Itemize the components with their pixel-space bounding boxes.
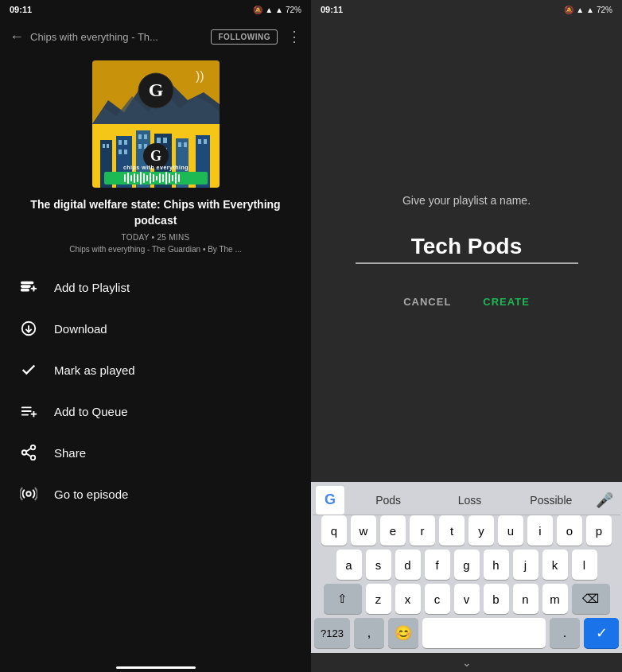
svg-rect-18 xyxy=(138,144,142,149)
menu-item-share[interactable]: Share xyxy=(0,432,311,473)
svg-text:chips with everything: chips with everything xyxy=(122,165,188,171)
svg-rect-54 xyxy=(21,282,33,284)
podcast-art-container: G xyxy=(0,60,311,188)
back-button[interactable]: ← xyxy=(10,29,24,45)
key-j[interactable]: j xyxy=(513,550,538,580)
playlist-name-input-container[interactable] xyxy=(356,231,578,264)
svg-rect-44 xyxy=(153,174,154,182)
key-i[interactable]: i xyxy=(527,515,553,546)
svg-rect-21 xyxy=(157,138,161,143)
key-g[interactable]: g xyxy=(454,550,480,580)
key-z[interactable]: z xyxy=(366,584,391,614)
key-c[interactable]: c xyxy=(425,584,450,614)
emoji-key[interactable]: 😊 xyxy=(388,618,418,648)
svg-rect-12 xyxy=(124,140,127,145)
key-y[interactable]: y xyxy=(468,515,494,546)
menu-item-add-to-playlist[interactable]: Add to Playlist xyxy=(0,266,311,308)
key-f[interactable]: f xyxy=(425,550,450,580)
key-v[interactable]: v xyxy=(454,584,480,614)
episode-meta: TODAY • 25 MINS xyxy=(19,233,292,242)
playlist-name-dialog: Give your playlist a name. CANCEL CREATE xyxy=(311,19,622,482)
return-key[interactable]: ✓ xyxy=(584,618,619,648)
svg-rect-40 xyxy=(140,172,142,185)
key-u[interactable]: u xyxy=(498,515,523,546)
battery-right: 72% xyxy=(597,6,612,14)
svg-point-73 xyxy=(26,491,31,496)
episode-title: The digital welfare state: Chips with Ev… xyxy=(19,197,292,228)
following-badge[interactable]: FOLLOWING xyxy=(211,29,278,45)
num-key[interactable]: ?123 xyxy=(314,618,350,648)
create-button[interactable]: CREATE xyxy=(483,296,529,308)
key-n[interactable]: n xyxy=(513,584,538,614)
svg-point-70 xyxy=(31,456,36,460)
svg-rect-27 xyxy=(184,142,187,147)
more-options-button[interactable]: ⋮ xyxy=(287,28,301,45)
svg-rect-42 xyxy=(146,175,148,181)
space-key[interactable] xyxy=(422,618,546,648)
podcast-artwork: G xyxy=(92,60,220,188)
mute-icon: 🔕 xyxy=(253,6,262,14)
download-icon xyxy=(19,319,38,338)
key-p[interactable]: p xyxy=(586,515,612,546)
cancel-button[interactable]: CANCEL xyxy=(403,296,451,308)
home-bar-left xyxy=(116,666,196,669)
shift-key[interactable]: ⇧ xyxy=(324,584,362,614)
key-h[interactable]: h xyxy=(484,550,509,580)
key-q[interactable]: q xyxy=(321,515,347,546)
key-d[interactable]: d xyxy=(395,550,421,580)
key-k[interactable]: k xyxy=(542,550,568,580)
menu-item-mark-as-played[interactable]: Mark as played xyxy=(0,349,311,390)
svg-line-71 xyxy=(26,449,31,452)
check-icon xyxy=(19,360,38,379)
key-m[interactable]: m xyxy=(542,584,568,614)
menu-item-go-to-episode[interactable]: Go to episode xyxy=(0,473,311,515)
menu-item-add-to-queue[interactable]: Add to Queue xyxy=(0,390,311,432)
playlist-name-input[interactable] xyxy=(356,231,578,262)
google-logo: G xyxy=(316,486,344,515)
share-icon xyxy=(19,443,38,462)
go-to-episode-label: Go to episode xyxy=(54,487,128,501)
comma-key[interactable]: , xyxy=(354,618,384,648)
episode-source: Chips with everything - The Guardian • B… xyxy=(19,245,292,254)
key-x[interactable]: x xyxy=(395,584,421,614)
key-r[interactable]: r xyxy=(410,515,435,546)
wifi-icon: ▲ xyxy=(265,6,273,14)
key-b[interactable]: b xyxy=(484,584,509,614)
suggestion-loss[interactable]: Loss xyxy=(429,491,510,510)
svg-rect-37 xyxy=(130,175,132,181)
key-t[interactable]: t xyxy=(439,515,465,546)
svg-rect-43 xyxy=(150,173,151,184)
svg-rect-52 xyxy=(178,174,180,182)
key-e[interactable]: e xyxy=(380,515,406,546)
status-icons-left: 🔕 ▲ ▲ 72% xyxy=(253,6,301,14)
svg-rect-63 xyxy=(21,410,32,412)
svg-text:)): )) xyxy=(196,69,204,83)
svg-rect-14 xyxy=(124,150,127,154)
svg-rect-50 xyxy=(172,175,173,181)
key-l[interactable]: l xyxy=(572,550,597,580)
time-left: 09:11 xyxy=(10,5,32,14)
svg-point-68 xyxy=(31,445,36,450)
suggestion-pods[interactable]: Pods xyxy=(348,491,429,510)
backspace-key[interactable]: ⌫ xyxy=(572,584,610,614)
battery-left: 72% xyxy=(286,6,301,14)
svg-rect-39 xyxy=(137,174,138,182)
svg-rect-11 xyxy=(119,140,122,145)
period-key[interactable]: . xyxy=(550,618,580,648)
key-a[interactable]: a xyxy=(336,550,362,580)
svg-rect-51 xyxy=(175,173,177,184)
menu-item-download[interactable]: Download xyxy=(0,308,311,349)
status-icons-right: 🔕 ▲ ▲ 72% xyxy=(564,6,612,14)
playlist-add-icon xyxy=(19,278,38,297)
mic-button[interactable]: 🎤 xyxy=(592,487,617,513)
suggestion-possible[interactable]: Possible xyxy=(511,491,592,510)
mute-icon-r: 🔕 xyxy=(564,6,573,14)
keyboard-row-3: ⇧ z x c v b n m ⌫ xyxy=(313,584,620,614)
svg-rect-29 xyxy=(198,139,201,144)
bottom-indicator-left xyxy=(0,656,311,672)
key-w[interactable]: w xyxy=(351,515,376,546)
svg-line-72 xyxy=(26,453,31,456)
key-s[interactable]: s xyxy=(366,550,391,580)
key-o[interactable]: o xyxy=(557,515,582,546)
svg-rect-62 xyxy=(21,407,32,409)
